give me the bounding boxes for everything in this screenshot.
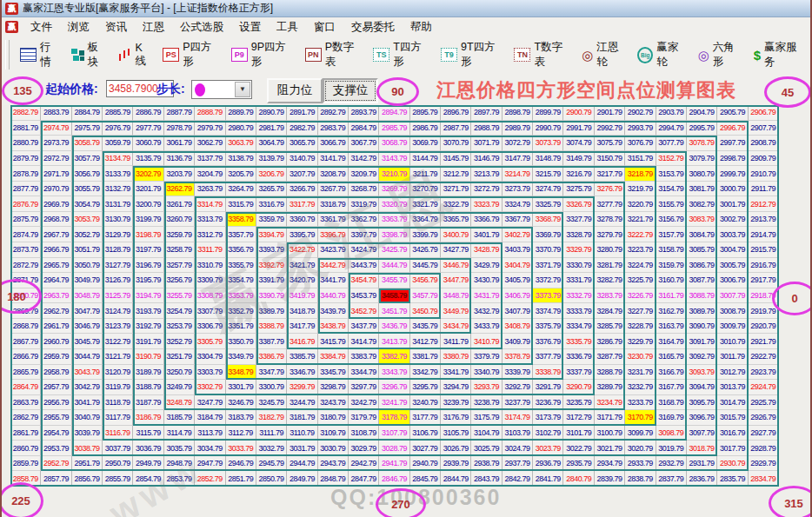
grid-cell-r12c12[interactable]: 3454.79 bbox=[349, 273, 379, 288]
grid-cell-r14c8[interactable]: 3352.79 bbox=[226, 303, 256, 319]
grid-cell-r1c11[interactable]: 2892.79 bbox=[318, 105, 349, 121]
grid-cell-r6c15[interactable]: 3271.79 bbox=[441, 182, 471, 197]
grid-cell-r2c13[interactable]: 2985.79 bbox=[379, 121, 409, 136]
menu-item-交易委托[interactable]: 交易委托 bbox=[343, 19, 403, 35]
grid-cell-r4c12[interactable]: 3142.79 bbox=[349, 151, 379, 167]
grid-cell-r10c15[interactable]: 3427.79 bbox=[441, 242, 471, 258]
grid-cell-r13c6[interactable]: 3255.79 bbox=[164, 288, 195, 304]
grid-cell-r10c17[interactable]: 3403.79 bbox=[503, 242, 533, 258]
grid-cell-r8c10[interactable]: 3360.79 bbox=[287, 212, 317, 228]
grid-cell-r13c8[interactable]: 3353.79 bbox=[226, 288, 256, 304]
grid-cell-r19c14[interactable]: 3295.79 bbox=[410, 380, 441, 395]
grid-cell-r13c21[interactable]: 3226.79 bbox=[625, 288, 656, 304]
grid-cell-r19c10[interactable]: 3299.79 bbox=[287, 380, 317, 395]
grid-cell-r19c21[interactable]: 3232.79 bbox=[625, 380, 656, 395]
grid-cell-r10c25[interactable]: 2915.79 bbox=[749, 242, 779, 258]
grid-cell-r18c7[interactable]: 3303.79 bbox=[195, 365, 225, 381]
grid-cell-r2c20[interactable]: 2992.79 bbox=[595, 121, 625, 136]
grid-cell-r22c11[interactable]: 3109.79 bbox=[318, 426, 349, 441]
grid-cell-r19c24[interactable]: 3013.79 bbox=[717, 380, 748, 395]
grid-cell-r24c10[interactable]: 2944.79 bbox=[287, 456, 317, 472]
grid-cell-r11c20[interactable]: 3281.79 bbox=[595, 258, 625, 274]
grid-cell-r7c15[interactable]: 3322.79 bbox=[441, 196, 471, 212]
grid-cell-r2c12[interactable]: 2984.79 bbox=[349, 121, 379, 136]
grid-cell-r8c23[interactable]: 3083.79 bbox=[687, 212, 717, 228]
grid-cell-r11c21[interactable]: 3224.79 bbox=[625, 258, 656, 274]
grid-cell-r2c2[interactable]: 2974.79 bbox=[41, 121, 71, 136]
grid-cell-r13c12[interactable]: 3453.79 bbox=[349, 288, 379, 304]
grid-cell-r12c10[interactable]: 3420.79 bbox=[287, 273, 317, 288]
grid-cell-r15c14[interactable]: 3435.79 bbox=[410, 319, 441, 335]
grid-cell-r24c20[interactable]: 2934.79 bbox=[595, 456, 625, 472]
grid-cell-r14c4[interactable]: 3124.79 bbox=[103, 303, 133, 319]
grid-cell-r16c18[interactable]: 3376.79 bbox=[533, 334, 563, 349]
grid-cell-r25c17[interactable]: 2842.79 bbox=[503, 471, 533, 487]
grid-cell-r3c12[interactable]: 3067.79 bbox=[349, 136, 379, 151]
dropdown-arrow-icon[interactable]: ▼ bbox=[235, 82, 250, 97]
grid-cell-r13c23[interactable]: 3088.79 bbox=[687, 288, 717, 304]
grid-cell-r20c17[interactable]: 3237.79 bbox=[503, 395, 533, 411]
grid-cell-r10c14[interactable]: 3426.79 bbox=[410, 242, 441, 258]
grid-cell-r23c4[interactable]: 3037.79 bbox=[103, 441, 133, 456]
grid-cell-r22c8[interactable]: 3112.79 bbox=[226, 426, 256, 441]
grid-cell-r23c6[interactable]: 3035.79 bbox=[164, 441, 195, 456]
grid-cell-r8c2[interactable]: 2968.79 bbox=[41, 212, 71, 228]
grid-cell-r3c24[interactable]: 2997.79 bbox=[717, 136, 748, 151]
grid-cell-r17c23[interactable]: 3092.79 bbox=[687, 349, 717, 365]
grid-cell-r17c25[interactable]: 2922.79 bbox=[749, 349, 779, 365]
grid-cell-r3c19[interactable]: 3074.79 bbox=[563, 136, 594, 151]
grid-cell-r9c3[interactable]: 3052.79 bbox=[72, 227, 103, 242]
grid-cell-r2c21[interactable]: 2993.79 bbox=[625, 121, 656, 136]
grid-cell-r25c15[interactable]: 2844.79 bbox=[441, 471, 471, 487]
grid-cell-r16c24[interactable]: 3010.79 bbox=[717, 334, 748, 349]
grid-cell-r14c6[interactable]: 3254.79 bbox=[164, 303, 195, 319]
grid-cell-r7c8[interactable]: 3315.79 bbox=[226, 196, 256, 212]
grid-cell-r2c3[interactable]: 2975.79 bbox=[72, 121, 103, 136]
grid-cell-r13c24[interactable]: 3007.79 bbox=[717, 288, 748, 304]
grid-cell-r24c9[interactable]: 2945.79 bbox=[256, 456, 287, 472]
grid-cell-r18c4[interactable]: 3120.79 bbox=[103, 365, 133, 381]
grid-cell-r15c21[interactable]: 3228.79 bbox=[625, 319, 656, 335]
grid-cell-r21c12[interactable]: 3179.79 bbox=[349, 410, 379, 426]
toolbar-button-P四方形[interactable]: PSP四方形 bbox=[163, 40, 220, 70]
grid-cell-r1c19[interactable]: 2900.79 bbox=[563, 105, 594, 121]
grid-cell-r12c3[interactable]: 3049.79 bbox=[72, 273, 103, 288]
grid-cell-r8c17[interactable]: 3367.79 bbox=[503, 212, 533, 228]
grid-cell-r12c25[interactable]: 2917.79 bbox=[749, 273, 779, 288]
grid-cell-r20c6[interactable]: 3248.79 bbox=[164, 395, 195, 411]
grid-cell-r12c8[interactable]: 3354.79 bbox=[226, 273, 256, 288]
grid-cell-r17c6[interactable]: 3251.79 bbox=[164, 349, 195, 365]
grid-cell-r14c10[interactable]: 3418.79 bbox=[287, 303, 317, 319]
grid-cell-r5c14[interactable]: 3211.79 bbox=[410, 166, 441, 182]
grid-cell-r9c25[interactable]: 2914.79 bbox=[749, 227, 779, 242]
menu-item-文件[interactable]: 文件 bbox=[23, 19, 60, 35]
grid-cell-r1c22[interactable]: 2903.79 bbox=[656, 105, 687, 121]
grid-cell-r20c22[interactable]: 3168.79 bbox=[656, 395, 687, 411]
grid-cell-r2c1[interactable]: 2881.79 bbox=[10, 121, 41, 136]
grid-cell-r14c14[interactable]: 3450.79 bbox=[410, 303, 441, 319]
grid-cell-r9c19[interactable]: 3328.79 bbox=[563, 227, 594, 242]
grid-cell-r11c17[interactable]: 3404.79 bbox=[503, 258, 533, 274]
grid-cell-r24c14[interactable]: 2940.79 bbox=[410, 456, 441, 472]
grid-cell-r8c13[interactable]: 3363.79 bbox=[379, 212, 409, 228]
toolbar-button-P数字表[interactable]: PNP数字表 bbox=[305, 40, 363, 70]
grid-cell-r6c20[interactable]: 3276.79 bbox=[595, 182, 625, 197]
grid-cell-r13c3[interactable]: 3048.79 bbox=[72, 288, 103, 304]
grid-cell-r1c15[interactable]: 2896.79 bbox=[441, 105, 471, 121]
grid-cell-r13c16[interactable]: 3431.79 bbox=[471, 288, 502, 304]
grid-cell-r2c4[interactable]: 2976.79 bbox=[103, 121, 133, 136]
grid-cell-r11c3[interactable]: 3050.79 bbox=[72, 258, 103, 274]
grid-cell-r11c18[interactable]: 3371.79 bbox=[533, 258, 563, 274]
grid-cell-r10c3[interactable]: 3051.79 bbox=[72, 242, 103, 258]
grid-cell-r10c20[interactable]: 3280.79 bbox=[595, 242, 625, 258]
grid-cell-r9c23[interactable]: 3084.79 bbox=[687, 227, 717, 242]
grid-cell-r1c9[interactable]: 2890.79 bbox=[256, 105, 287, 121]
grid-cell-r9c22[interactable]: 3157.79 bbox=[656, 227, 687, 242]
grid-cell-r10c13[interactable]: 3425.79 bbox=[379, 242, 409, 258]
grid-cell-r21c16[interactable]: 3175.79 bbox=[471, 410, 502, 426]
grid-cell-r22c12[interactable]: 3108.79 bbox=[349, 426, 379, 441]
grid-cell-r1c7[interactable]: 2888.79 bbox=[195, 105, 225, 121]
grid-cell-r7c9[interactable]: 3316.79 bbox=[256, 196, 287, 212]
grid-cell-r1c20[interactable]: 2901.79 bbox=[595, 105, 625, 121]
grid-cell-r15c24[interactable]: 3009.79 bbox=[717, 319, 748, 335]
